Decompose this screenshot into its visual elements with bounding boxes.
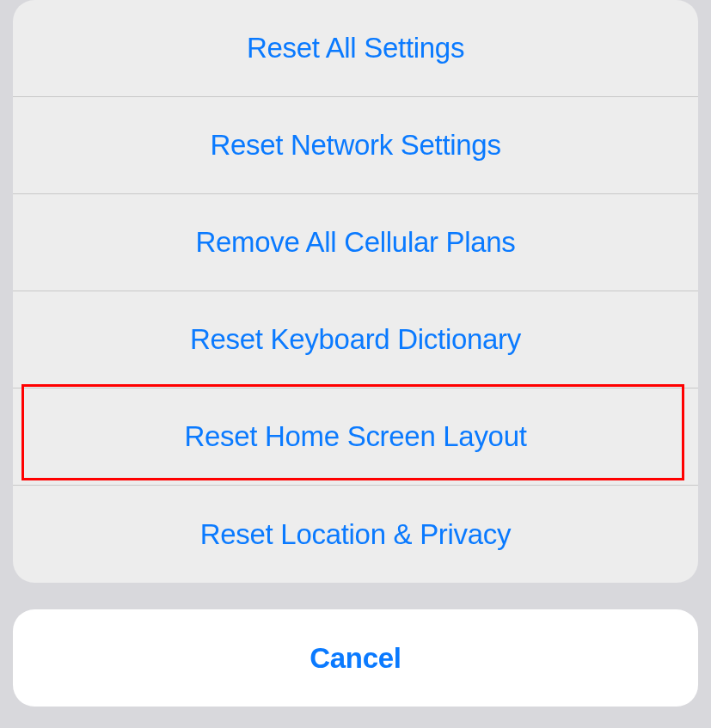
cancel-button[interactable]: Cancel — [13, 609, 698, 707]
remove-all-cellular-plans-button[interactable]: Remove All Cellular Plans — [13, 194, 698, 291]
action-label: Reset All Settings — [247, 32, 464, 64]
action-label: Reset Network Settings — [210, 129, 500, 162]
action-label: Remove All Cellular Plans — [195, 226, 515, 259]
cancel-label: Cancel — [310, 642, 401, 675]
reset-all-settings-button[interactable]: Reset All Settings — [13, 0, 698, 97]
action-label: Reset Location & Privacy — [200, 518, 511, 551]
action-label: Reset Keyboard Dictionary — [190, 323, 521, 356]
reset-keyboard-dictionary-button[interactable]: Reset Keyboard Dictionary — [13, 291, 698, 388]
action-label: Reset Home Screen Layout — [184, 420, 526, 453]
reset-location-privacy-button[interactable]: Reset Location & Privacy — [13, 486, 698, 583]
action-sheet: Reset All Settings Reset Network Setting… — [13, 0, 698, 583]
reset-network-settings-button[interactable]: Reset Network Settings — [13, 97, 698, 194]
reset-home-screen-layout-button[interactable]: Reset Home Screen Layout — [13, 388, 698, 486]
